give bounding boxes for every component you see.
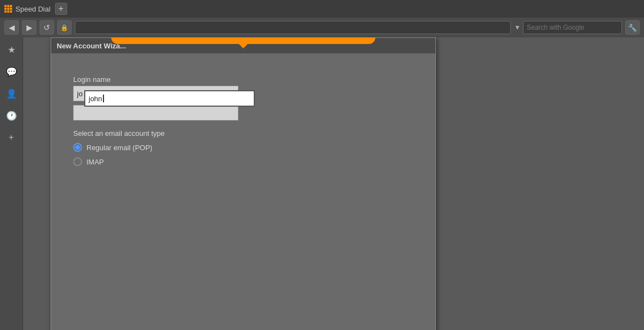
back-button[interactable]: ◀ [4,20,19,35]
sidebar-icon-chat[interactable]: 💬 [4,64,19,79]
radio-imap-label: IMAP [86,158,104,166]
tooltip-callout: Type your username which should be your … [111,37,375,44]
radio-imap-btn[interactable] [73,157,82,166]
login-name-input-active[interactable]: john [84,90,255,107]
wizard-content: Type your username which should be your … [51,53,435,330]
grid-icon [4,5,12,13]
login-name-group: Login name jo john [73,75,413,86]
account-type-section: Select an email account type Regular ema… [73,129,413,166]
browser-title: Speed Dial [4,5,51,13]
search-icon: ▼ [514,24,521,31]
search-bar-wrapper: ▼ [514,21,622,34]
nav-bar: ◀ ▶ ↺ 🔒 ▼ 🔧 [0,18,644,37]
password-input[interactable] [73,105,238,120]
title-bar: Speed Dial + [0,0,644,18]
sidebar-icon-contacts[interactable]: 👤 [4,86,19,101]
content-area: New Account Wiza... Type your username w… [23,37,644,330]
address-bar[interactable] [75,21,511,34]
radio-pop-btn[interactable] [73,143,82,152]
radio-imap[interactable]: IMAP [73,157,413,166]
sidebar-icon-clock[interactable]: 🕐 [4,108,19,123]
wizard-dialog: New Account Wiza... Type your username w… [51,37,436,330]
form-section: Login name jo john [73,75,413,166]
sidebar-icon-add[interactable]: + [4,130,19,145]
login-name-label: Login name [73,75,413,84]
refresh-button[interactable]: ↺ [40,20,54,35]
account-type-label: Select an email account type [73,129,413,138]
sidebar: ★ 💬 👤 🕐 + [0,37,23,330]
browser-window: Speed Dial + ◀ ▶ ↺ 🔒 ▼ 🔧 ★ 💬 👤 🕐 + [0,0,644,330]
wrench-button[interactable]: 🔧 [625,20,640,35]
sidebar-icon-bookmark[interactable]: ★ [4,42,19,57]
radio-pop[interactable]: Regular email (POP) [73,143,413,152]
lock-button[interactable]: 🔒 [57,20,72,35]
main-area: ★ 💬 👤 🕐 + New Account Wiza... [0,37,644,330]
forward-button[interactable]: ▶ [22,20,36,35]
title-text: Speed Dial [15,5,51,13]
search-input[interactable] [523,21,622,34]
new-tab-button[interactable]: + [55,3,67,15]
radio-pop-label: Regular email (POP) [86,144,152,152]
